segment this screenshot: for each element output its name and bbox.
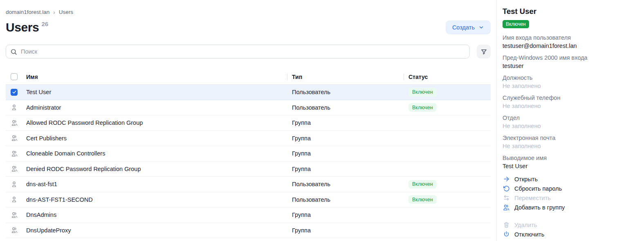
row-type: Группа [287, 119, 404, 126]
row-status-badge: Включен [408, 103, 437, 112]
panel-field-value: Не заполнено [503, 122, 637, 130]
action-group: УдалитьОтключить [503, 220, 637, 239]
create-button[interactable]: Создать [446, 20, 491, 34]
panel-field-label: Должность [503, 74, 637, 82]
action-arrow-right[interactable]: Открыть [503, 174, 637, 184]
action-power[interactable]: Отключить [503, 230, 637, 239]
group-icon [11, 226, 18, 234]
panel-field-value: testuser@domain1forest.lan [503, 42, 637, 50]
table-row[interactable]: dns-ast-fst1 Пользователь Включен [6, 177, 491, 192]
panel-field-value: Не заполнено [503, 102, 637, 110]
power-icon [503, 231, 510, 238]
breadcrumb: domain1forest.lan › Users [6, 9, 491, 15]
user-icon [11, 180, 18, 188]
select-all-checkbox[interactable] [11, 73, 18, 80]
row-checkbox[interactable] [11, 89, 18, 96]
title-row: Users 26 Создать [6, 20, 491, 35]
row-name: Denied RODC Password Replication Group [26, 166, 287, 172]
group-icon [11, 134, 18, 142]
action-label: Удалить [514, 222, 537, 228]
row-status-badge: Включен [408, 180, 437, 189]
panel-status-badge: Включен [503, 20, 529, 28]
panel-field-label: Имя входа пользователя [503, 34, 637, 42]
action-add-to-group[interactable]: Добавить в группу [503, 203, 637, 212]
user-icon [11, 196, 18, 203]
column-header-status: Статус [404, 74, 491, 80]
panel-field: Выводимое имя Test User [503, 154, 637, 170]
row-type: Группа [287, 150, 404, 157]
column-header-name: Имя [26, 74, 287, 80]
action-label: Открыть [514, 176, 538, 182]
panel-field: Пред-Windows 2000 имя входа testuser [503, 54, 637, 70]
panel-field-value: Не заполнено [503, 82, 637, 90]
action-trash: Удалить [503, 220, 637, 230]
row-type: Пользователь [287, 104, 404, 111]
group-icon [11, 119, 18, 127]
panel-field-label: Служебный телефон [503, 94, 637, 102]
row-name: Cert Publishers [26, 135, 287, 142]
search-row [6, 45, 491, 59]
panel-field: Имя входа пользователя testuser@domain1f… [503, 34, 637, 50]
group-icon [11, 165, 18, 173]
table-row[interactable]: DnsUpdateProxy Группа [6, 223, 491, 239]
reset-icon [503, 185, 510, 192]
row-name: dns-AST-FST1-SECOND [26, 196, 287, 203]
group-icon [11, 150, 18, 158]
breadcrumb-current: Users [59, 9, 73, 15]
panel-field-value: Test User [503, 162, 637, 170]
search-icon [10, 48, 17, 55]
user-icon [11, 104, 18, 111]
users-page: domain1forest.lan › Users Users 26 Созда… [0, 0, 496, 241]
table-row[interactable]: DnsAdmins Группа [6, 207, 491, 223]
group-icon [11, 211, 18, 219]
row-type: Пользователь [287, 196, 404, 203]
panel-field-label: Отдел [503, 114, 637, 122]
panel-title: Test User [503, 7, 637, 16]
action-move: Переместить [503, 193, 637, 203]
panel-field-value: Не заполнено [503, 142, 637, 150]
row-name: dns-ast-fst1 [26, 181, 287, 187]
table-body: Test User Пользователь Включен Administr… [6, 85, 491, 238]
action-label: Переместить [514, 195, 551, 201]
search-box[interactable] [6, 45, 470, 59]
panel-actions: ОткрытьСбросить парольПереместитьДобавит… [503, 174, 637, 239]
action-group: ОткрытьСбросить парольПереместитьДобавит… [503, 174, 637, 212]
chevron-down-icon [478, 25, 484, 30]
row-name: Cloneable Domain Controllers [26, 150, 287, 157]
breadcrumb-domain[interactable]: domain1forest.lan [6, 9, 49, 15]
row-type: Группа [287, 212, 404, 218]
search-input[interactable] [21, 48, 465, 55]
table-row[interactable]: Allowed RODC Password Replication Group … [6, 115, 491, 131]
filter-button[interactable] [477, 45, 491, 59]
row-name: Administrator [26, 104, 287, 111]
table-row[interactable]: Cert Publishers Группа [6, 131, 491, 146]
row-type: Группа [287, 166, 404, 172]
action-label: Отключить [514, 231, 544, 238]
action-label: Сбросить пароль [514, 185, 562, 192]
action-label: Добавить в группу [514, 204, 565, 211]
filter-icon [480, 48, 487, 55]
table-row[interactable]: Cloneable Domain Controllers Группа [6, 146, 491, 162]
table-header: Имя Тип Статус [6, 69, 491, 85]
row-name: Allowed RODC Password Replication Group [26, 119, 287, 126]
panel-field-value: testuser [503, 62, 637, 70]
users-count: 26 [41, 20, 48, 27]
panel-field: Электронная почта Не заполнено [503, 134, 637, 150]
table-row[interactable]: Denied RODC Password Replication Group Г… [6, 162, 491, 177]
panel-field: Служебный телефон Не заполнено [503, 94, 637, 110]
panel-field-label: Электронная почта [503, 134, 637, 142]
create-button-label: Создать [452, 24, 475, 31]
move-icon [503, 194, 510, 202]
trash-icon [503, 221, 510, 229]
page-title: Users [6, 20, 39, 35]
table-row[interactable]: dns-AST-FST1-SECOND Пользователь Включен [6, 192, 491, 208]
table-row[interactable]: Administrator Пользователь Включен [6, 100, 491, 116]
action-reset[interactable]: Сбросить пароль [503, 184, 637, 193]
row-type: Группа [287, 227, 404, 234]
panel-field-label: Выводимое имя [503, 154, 637, 162]
add-to-group-icon [503, 204, 510, 211]
users-table: Имя Тип Статус Test User Пользователь Вк… [6, 69, 491, 238]
breadcrumb-chevron-icon: › [53, 9, 55, 16]
table-row[interactable]: Test User Пользователь Включен [6, 85, 491, 100]
row-type: Пользователь [287, 89, 404, 95]
